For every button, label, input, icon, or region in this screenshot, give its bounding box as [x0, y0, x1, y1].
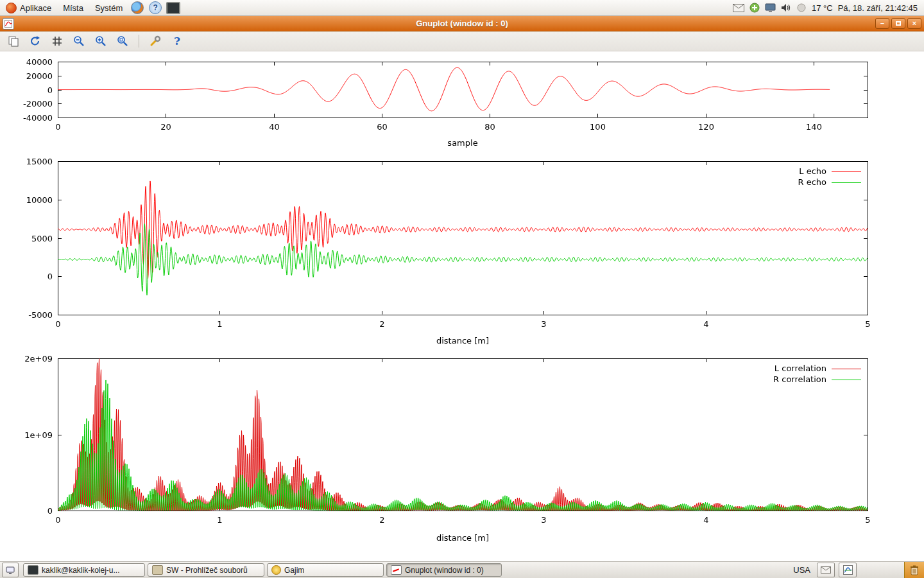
firefox-launcher[interactable] [130, 1, 144, 15]
maximize-button[interactable] [891, 18, 905, 29]
places-menu-label: Místa [63, 3, 83, 13]
toggle-grid-button[interactable] [49, 33, 65, 49]
gnuplot-plots-canvas[interactable] [0, 51, 924, 561]
system-menu-label: Systém [95, 3, 123, 13]
network-icon[interactable] [749, 3, 760, 13]
show-desktop-icon [6, 566, 15, 574]
bottom-taskbar: kaklik@kaklik-kolej-u... SW - Prohlížeč … [0, 561, 924, 578]
zoom-next-icon [95, 35, 107, 47]
applications-menu[interactable]: Aplikace [0, 0, 57, 15]
trash-icon [910, 565, 919, 575]
applications-menu-label: Aplikace [20, 3, 51, 13]
previous-zoom-button[interactable] [71, 33, 87, 49]
taskbar-item-gajim[interactable]: Gajim [267, 563, 384, 577]
help-button[interactable]: ? [169, 33, 185, 49]
window-controls: – × [875, 18, 921, 29]
replot-button[interactable] [27, 33, 44, 49]
temperature-label: 17 °C [812, 3, 833, 13]
close-button[interactable]: × [907, 18, 921, 29]
gnuplot-icon [391, 565, 402, 575]
gnuplot-window-icon [3, 18, 14, 30]
places-menu[interactable]: Místa [57, 0, 89, 15]
titlebar[interactable]: Gnuplot (window id : 0) – × [0, 16, 924, 31]
gajim-icon [271, 565, 281, 575]
keyboard-layout-indicator[interactable]: USA [787, 565, 817, 575]
show-desktop-button[interactable] [2, 563, 19, 577]
taskbar-item-label: SW - Prohlížeč souborů [166, 566, 248, 575]
terminal-launcher[interactable] [166, 1, 180, 15]
window-title: Gnuplot (window id : 0) [0, 19, 924, 28]
file-manager-icon [152, 565, 163, 575]
desktop: Aplikace Místa Systém ? [0, 0, 924, 578]
help-question-icon: ? [174, 35, 180, 48]
autoscale-button[interactable] [114, 33, 131, 49]
toolbar-separator [139, 35, 139, 48]
gnuplot-plot-area [0, 51, 924, 561]
taskbar-item-label: kaklik@kaklik-kolej-u... [42, 566, 120, 575]
close-icon: × [912, 20, 916, 27]
gnuplot-toolbar: ? [0, 31, 924, 51]
system-tray: 17 °C Pá, 18. září, 21:42:45 [733, 3, 924, 13]
taskbar-item-label: Gajim [284, 566, 304, 575]
taskbar-item-label: Gnuplot (window id : 0) [405, 566, 484, 575]
copy-icon [8, 35, 19, 47]
minimize-icon: – [880, 20, 884, 27]
taskbar-item-terminal[interactable]: kaklik@kaklik-kolej-u... [23, 563, 145, 577]
zoom-autoscale-icon [117, 35, 128, 47]
maximize-icon [896, 21, 901, 26]
chart-icon [843, 565, 853, 575]
system-menu[interactable]: Systém [89, 0, 128, 15]
mail-icon[interactable] [733, 4, 744, 12]
wrench-icon [150, 35, 161, 47]
next-zoom-button[interactable] [92, 33, 109, 49]
settings-button[interactable] [147, 33, 164, 49]
replot-icon [30, 35, 41, 47]
mail-icon [821, 566, 831, 574]
display-icon[interactable] [765, 3, 776, 13]
firefox-icon [131, 1, 144, 14]
trash-button[interactable] [904, 562, 924, 578]
clock-label[interactable]: Pá, 18. září, 21:42:45 [838, 3, 918, 13]
gnuplot-window: Gnuplot (window id : 0) – × [0, 16, 924, 561]
mail-notification-button[interactable] [817, 563, 835, 577]
minimize-button[interactable]: – [875, 18, 889, 29]
ubuntu-logo-icon [6, 3, 17, 13]
terminal-icon [28, 565, 38, 575]
taskbar-item-gnuplot[interactable]: Gnuplot (window id : 0) [386, 563, 502, 577]
help-launcher[interactable]: ? [148, 1, 162, 15]
help-icon: ? [149, 1, 162, 14]
weather-icon[interactable] [796, 3, 807, 13]
copy-to-clipboard-button[interactable] [5, 33, 22, 49]
taskbar-item-file-browser[interactable]: SW - Prohlížeč souborů [148, 563, 264, 577]
terminal-icon [166, 2, 180, 14]
top-panel: Aplikace Místa Systém ? [0, 0, 924, 16]
gnuplot-tray-button[interactable] [839, 563, 857, 577]
grid-icon [51, 35, 63, 47]
zoom-previous-icon [73, 35, 85, 47]
volume-icon[interactable] [781, 3, 791, 12]
